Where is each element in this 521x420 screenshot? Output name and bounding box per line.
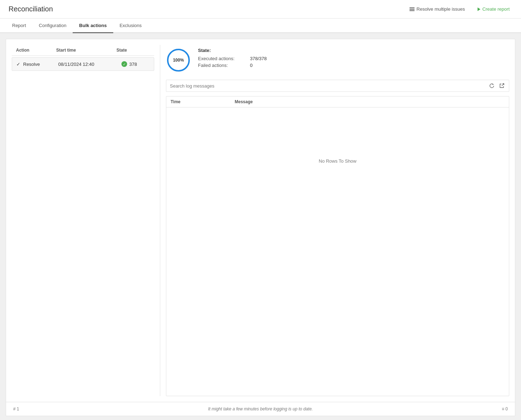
log-table-header: Time Message [166, 96, 509, 107]
tab-report[interactable]: Report [6, 19, 32, 33]
footer-count: ≡ 0 [502, 406, 508, 411]
log-col-time: Time [171, 99, 235, 104]
footer-note: It might take a few minutes before loggi… [208, 406, 313, 411]
play-icon [478, 7, 480, 11]
row-checkmark-icon: ✓ [16, 62, 20, 67]
tabs-bar: Report Configuration Bulk actions Exclus… [0, 19, 521, 33]
footer-page-indicator: # 1 [13, 406, 19, 411]
row-state: ✓ 378 [121, 61, 150, 67]
refresh-button[interactable] [488, 82, 495, 89]
resolve-multiple-button[interactable]: Resolve multiple issues [407, 5, 468, 13]
external-link-icon [499, 83, 505, 89]
right-panel: 100% State: Executed actions: 378/378 Fa… [166, 45, 509, 396]
failed-value: 0 [250, 63, 271, 68]
executed-label: Executed actions: [198, 56, 244, 61]
col-header-state: State [116, 48, 150, 53]
create-report-button[interactable]: Create report [475, 5, 512, 13]
row-action: Resolve [23, 62, 58, 67]
col-header-starttime: Start time [56, 48, 116, 53]
page-title: Reconciliation [9, 5, 53, 13]
lines-icon [410, 7, 415, 11]
refresh-icon [489, 83, 495, 89]
failed-actions-row: Failed actions: 0 [198, 63, 271, 68]
panel-divider [160, 45, 160, 396]
svg-line-3 [502, 84, 504, 86]
content-card: Action Start time State ✓ Resolve 08/11/… [6, 39, 515, 416]
progress-circle: 100% [166, 48, 191, 73]
search-input[interactable] [170, 83, 485, 89]
tab-configuration[interactable]: Configuration [32, 19, 73, 33]
open-external-button[interactable] [498, 82, 505, 89]
row-count: 378 [129, 62, 137, 67]
row-starttime: 08/11/2024 12:40 [58, 62, 122, 67]
progress-text: 100% [173, 58, 184, 63]
status-label: State: [198, 48, 271, 53]
state-success-icon: ✓ [121, 61, 127, 67]
status-details: State: Executed actions: 378/378 Failed … [198, 48, 271, 68]
no-rows-message: No Rows To Show [166, 107, 509, 214]
log-col-message: Message [235, 99, 505, 104]
executed-value: 378/378 [250, 56, 271, 61]
col-header-action: Action [16, 48, 56, 53]
status-section: 100% State: Executed actions: 378/378 Fa… [166, 45, 509, 75]
table-row[interactable]: ✓ Resolve 08/11/2024 12:40 ✓ 378 [12, 57, 154, 71]
tab-bulk-actions[interactable]: Bulk actions [73, 19, 113, 33]
tab-exclusions[interactable]: Exclusions [113, 19, 148, 33]
left-panel: Action Start time State ✓ Resolve 08/11/… [12, 45, 154, 396]
table-header: Action Start time State [12, 45, 154, 56]
log-table: Time Message No Rows To Show [166, 96, 509, 396]
card-footer: # 1 It might take a few minutes before l… [6, 402, 515, 416]
executed-actions-row: Executed actions: 378/378 [198, 56, 271, 61]
failed-label: Failed actions: [198, 63, 244, 68]
search-bar [166, 80, 509, 92]
